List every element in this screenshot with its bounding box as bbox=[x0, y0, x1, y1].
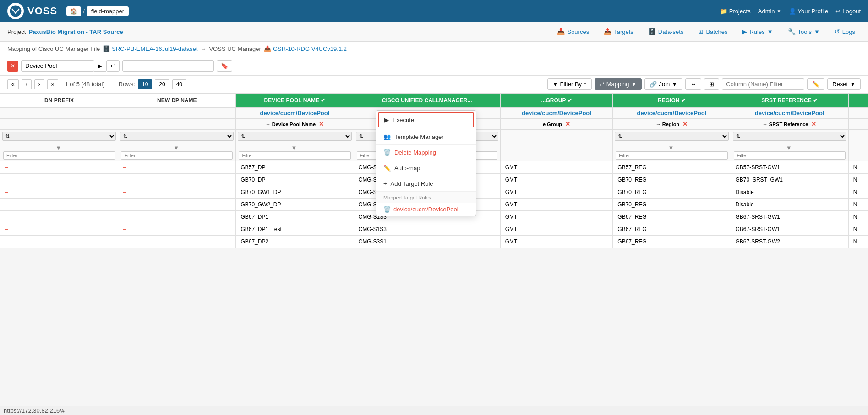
filter-bookmark-button[interactable]: 🔖 bbox=[217, 60, 232, 72]
table-cell: GB70_SRST_GW1 bbox=[731, 174, 848, 186]
map-5: e Group ✕ bbox=[500, 119, 613, 130]
execute-menu-item[interactable]: ▶ Execute bbox=[378, 112, 474, 127]
sort-2: ⇅ bbox=[118, 130, 236, 143]
table-cell: GMT bbox=[500, 199, 613, 211]
breadcrumb-row: Mapping of Cisco UC Manager File 🗄️ SRC-… bbox=[0, 42, 868, 56]
table-cell: – bbox=[118, 236, 236, 248]
fi-8 bbox=[848, 143, 868, 161]
mapping-button[interactable]: ⇄ Mapping ▼ bbox=[595, 78, 642, 90]
table-cell: GB67_DP1 bbox=[236, 211, 354, 223]
pag-prev-button[interactable]: ‹ bbox=[22, 79, 32, 89]
admin-nav[interactable]: Admin ▼ bbox=[758, 8, 781, 15]
col-region[interactable]: REGION ✔ bbox=[613, 94, 731, 108]
column-filter-input[interactable] bbox=[722, 78, 804, 90]
map-7: → SRST Reference ✕ bbox=[731, 119, 848, 130]
field-select[interactable]: Device Pool bbox=[21, 60, 94, 72]
filter-reset-button[interactable]: ↩ bbox=[106, 60, 120, 72]
fi-7: ▼ bbox=[731, 143, 848, 161]
filter-by-button[interactable]: ▼ Filter By ↑ bbox=[547, 78, 592, 90]
table-cell: CMG-S3S1 bbox=[354, 236, 500, 248]
datasets-button[interactable]: 🗄️ Data-sets bbox=[643, 26, 689, 38]
admin-caret: ▼ bbox=[777, 9, 781, 14]
breadcrumb-separator: / bbox=[83, 8, 85, 15]
targets-button[interactable]: 📤 Targets bbox=[598, 26, 639, 38]
filter-next-button[interactable]: ▶ bbox=[94, 61, 106, 72]
table-cell: GB70_REG bbox=[613, 199, 731, 211]
fi-2: ▼ bbox=[118, 143, 236, 161]
pagination-info: 1 of 5 (48 total) bbox=[65, 81, 104, 88]
home-icon: 🏠 bbox=[70, 8, 77, 15]
sort-select-1[interactable]: ⇅ bbox=[2, 132, 116, 141]
tools-button[interactable]: 🔧 Tools ▼ bbox=[782, 26, 825, 38]
table-cell: – bbox=[118, 223, 236, 236]
pag-next-button[interactable]: › bbox=[34, 79, 44, 89]
table-cell: GB67-SRST-GW1 bbox=[731, 223, 848, 236]
columns-button[interactable]: ⊞ bbox=[704, 78, 719, 90]
col-srst-reference[interactable]: SRST REFERENCE ✔ bbox=[731, 94, 848, 108]
table-cell: – bbox=[118, 199, 236, 211]
subh-2 bbox=[118, 108, 236, 119]
fi-input-2[interactable] bbox=[121, 151, 233, 160]
rows-20-button[interactable]: 20 bbox=[155, 79, 169, 89]
sort-select-2[interactable]: ⇅ bbox=[120, 132, 234, 141]
home-button[interactable]: 🏠 bbox=[66, 6, 81, 16]
mapped-target-roles-label: Mapped Target Roles bbox=[376, 192, 476, 203]
logs-button[interactable]: ↺ Logs bbox=[829, 26, 861, 38]
fi-input-6[interactable] bbox=[616, 151, 727, 160]
col-new-dp-name[interactable]: NEW DP NAME bbox=[118, 94, 236, 108]
rows-40-button[interactable]: 40 bbox=[172, 79, 186, 89]
col-extra[interactable] bbox=[848, 94, 868, 108]
bc-target-link[interactable]: 📤 GSR-10-RDG V4UCv19.1.2 bbox=[264, 45, 347, 52]
sort-select-7[interactable]: ⇅ bbox=[733, 132, 846, 141]
fi-input-3[interactable] bbox=[239, 151, 350, 160]
datasets-icon: 🗄️ bbox=[648, 28, 656, 35]
rules-button[interactable]: ▶ Rules ▼ bbox=[737, 26, 778, 38]
filter-value-select[interactable] bbox=[122, 60, 214, 72]
sort-select-3[interactable]: ⇅ bbox=[238, 132, 351, 141]
col-device-pool-name[interactable]: DEVICE POOL NAME ✔ bbox=[236, 94, 354, 108]
template-manager-menu-item[interactable]: 👥 Template Manager bbox=[376, 129, 476, 145]
bc-source-link[interactable]: 🗄️ SRC-PB-EMEA-16Jul19-dataset bbox=[103, 45, 197, 52]
table-cell: N bbox=[848, 174, 868, 186]
logout-nav[interactable]: ↩ Logout bbox=[835, 8, 861, 15]
bc-prefix: Mapping of Cisco UC Manager File bbox=[7, 45, 100, 52]
projects-nav[interactable]: 📁 Projects bbox=[720, 8, 751, 15]
edit-icon-button[interactable]: ✏️ bbox=[807, 78, 824, 90]
profile-nav[interactable]: 👤 Your Profile bbox=[789, 8, 829, 15]
col-dn-prefix[interactable]: DN PREFIX bbox=[0, 94, 118, 108]
pag-last-button[interactable]: » bbox=[47, 79, 59, 89]
sources-button[interactable]: 📥 Sources bbox=[551, 26, 595, 38]
batches-button[interactable]: ⊞ Batches bbox=[693, 26, 733, 38]
fi-input-7[interactable] bbox=[734, 151, 846, 160]
template-manager-icon: 👥 bbox=[383, 133, 391, 140]
sort-select-6[interactable]: ⇅ bbox=[615, 132, 728, 141]
arrows-button[interactable]: ↔ bbox=[685, 78, 701, 90]
filter-close-button[interactable]: ✕ bbox=[7, 61, 18, 72]
table-cell: – bbox=[118, 186, 236, 199]
pag-first-button[interactable]: « bbox=[7, 79, 19, 89]
delete-icon: 🗑️ bbox=[383, 149, 391, 156]
table-cell: – bbox=[0, 174, 118, 186]
auto-map-menu-item[interactable]: ✏️ Auto-map bbox=[376, 160, 476, 176]
delete-mapping-menu-item[interactable]: 🗑️ Delete Mapping bbox=[376, 145, 476, 160]
rows-10-button[interactable]: 10 bbox=[138, 79, 152, 89]
join-button[interactable]: 🔗 Join ▼ bbox=[644, 78, 682, 90]
table-cell: GMT bbox=[500, 174, 613, 186]
logs-icon: ↺ bbox=[835, 28, 840, 35]
fi-input-1[interactable] bbox=[3, 151, 115, 160]
fi-1: ▼ bbox=[0, 143, 118, 161]
add-target-role-menu-item[interactable]: + Add Target Role bbox=[376, 176, 476, 192]
table-cell: GMT bbox=[500, 186, 613, 199]
col-group[interactable]: ...GROUP ✔ bbox=[500, 94, 613, 108]
table-cell: GB70_DP bbox=[236, 174, 354, 186]
reset-caret: ▼ bbox=[850, 81, 856, 88]
mapped-role-item[interactable]: 🗑️ device/cucm/DevicePool bbox=[376, 203, 476, 216]
sort-6: ⇅ bbox=[613, 130, 731, 143]
logo-text: VOSS bbox=[27, 5, 57, 17]
table-cell: – bbox=[118, 211, 236, 223]
reset-button[interactable]: Reset ▼ bbox=[827, 78, 861, 90]
table-cell: GB67_DP2 bbox=[236, 236, 354, 248]
table-row: ––GB67_DP1_TestCMG-S1S3GMTGB67_REGGB67-S… bbox=[0, 223, 868, 236]
table-cell: GB57_DP bbox=[236, 161, 354, 174]
col-cisco-unified[interactable]: CISCO UNIFIED CALLMANAGER... bbox=[354, 94, 500, 108]
